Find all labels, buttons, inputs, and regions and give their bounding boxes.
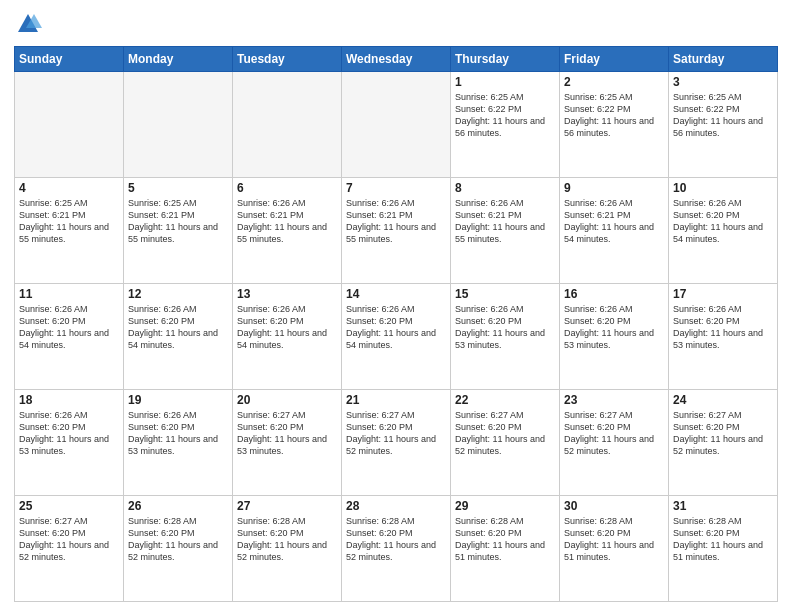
weekday-header-row: SundayMondayTuesdayWednesdayThursdayFrid…: [15, 47, 778, 72]
day-number: 12: [128, 287, 228, 301]
day-info: Sunrise: 6:25 AMSunset: 6:21 PMDaylight:…: [19, 197, 119, 246]
calendar-cell: 5Sunrise: 6:25 AMSunset: 6:21 PMDaylight…: [124, 178, 233, 284]
day-number: 6: [237, 181, 337, 195]
weekday-header-tuesday: Tuesday: [233, 47, 342, 72]
day-number: 18: [19, 393, 119, 407]
day-info: Sunrise: 6:25 AMSunset: 6:22 PMDaylight:…: [455, 91, 555, 140]
weekday-header-monday: Monday: [124, 47, 233, 72]
day-info: Sunrise: 6:28 AMSunset: 6:20 PMDaylight:…: [346, 515, 446, 564]
calendar-week-row: 18Sunrise: 6:26 AMSunset: 6:20 PMDayligh…: [15, 390, 778, 496]
calendar-cell: 1Sunrise: 6:25 AMSunset: 6:22 PMDaylight…: [451, 72, 560, 178]
calendar-cell: [342, 72, 451, 178]
calendar-week-row: 25Sunrise: 6:27 AMSunset: 6:20 PMDayligh…: [15, 496, 778, 602]
day-info: Sunrise: 6:26 AMSunset: 6:20 PMDaylight:…: [673, 303, 773, 352]
day-info: Sunrise: 6:28 AMSunset: 6:20 PMDaylight:…: [673, 515, 773, 564]
day-number: 30: [564, 499, 664, 513]
day-info: Sunrise: 6:28 AMSunset: 6:20 PMDaylight:…: [455, 515, 555, 564]
calendar-cell: 10Sunrise: 6:26 AMSunset: 6:20 PMDayligh…: [669, 178, 778, 284]
day-info: Sunrise: 6:26 AMSunset: 6:20 PMDaylight:…: [19, 409, 119, 458]
day-number: 20: [237, 393, 337, 407]
calendar-cell: 21Sunrise: 6:27 AMSunset: 6:20 PMDayligh…: [342, 390, 451, 496]
day-number: 10: [673, 181, 773, 195]
day-info: Sunrise: 6:25 AMSunset: 6:22 PMDaylight:…: [673, 91, 773, 140]
calendar-cell: 8Sunrise: 6:26 AMSunset: 6:21 PMDaylight…: [451, 178, 560, 284]
day-number: 31: [673, 499, 773, 513]
calendar-cell: 6Sunrise: 6:26 AMSunset: 6:21 PMDaylight…: [233, 178, 342, 284]
day-number: 24: [673, 393, 773, 407]
calendar-cell: 22Sunrise: 6:27 AMSunset: 6:20 PMDayligh…: [451, 390, 560, 496]
day-number: 28: [346, 499, 446, 513]
calendar-cell: 17Sunrise: 6:26 AMSunset: 6:20 PMDayligh…: [669, 284, 778, 390]
day-info: Sunrise: 6:26 AMSunset: 6:20 PMDaylight:…: [19, 303, 119, 352]
calendar-cell: 29Sunrise: 6:28 AMSunset: 6:20 PMDayligh…: [451, 496, 560, 602]
calendar-cell: 19Sunrise: 6:26 AMSunset: 6:20 PMDayligh…: [124, 390, 233, 496]
calendar-cell: 7Sunrise: 6:26 AMSunset: 6:21 PMDaylight…: [342, 178, 451, 284]
day-number: 11: [19, 287, 119, 301]
day-info: Sunrise: 6:28 AMSunset: 6:20 PMDaylight:…: [128, 515, 228, 564]
day-number: 23: [564, 393, 664, 407]
day-number: 8: [455, 181, 555, 195]
calendar-cell: 18Sunrise: 6:26 AMSunset: 6:20 PMDayligh…: [15, 390, 124, 496]
calendar-cell: 26Sunrise: 6:28 AMSunset: 6:20 PMDayligh…: [124, 496, 233, 602]
day-info: Sunrise: 6:27 AMSunset: 6:20 PMDaylight:…: [455, 409, 555, 458]
calendar-cell: [233, 72, 342, 178]
day-number: 26: [128, 499, 228, 513]
day-info: Sunrise: 6:27 AMSunset: 6:20 PMDaylight:…: [237, 409, 337, 458]
day-info: Sunrise: 6:28 AMSunset: 6:20 PMDaylight:…: [237, 515, 337, 564]
day-info: Sunrise: 6:26 AMSunset: 6:21 PMDaylight:…: [455, 197, 555, 246]
logo: [14, 10, 46, 38]
calendar-cell: 25Sunrise: 6:27 AMSunset: 6:20 PMDayligh…: [15, 496, 124, 602]
day-info: Sunrise: 6:26 AMSunset: 6:20 PMDaylight:…: [346, 303, 446, 352]
header: [14, 10, 778, 38]
day-info: Sunrise: 6:26 AMSunset: 6:20 PMDaylight:…: [237, 303, 337, 352]
calendar-cell: 13Sunrise: 6:26 AMSunset: 6:20 PMDayligh…: [233, 284, 342, 390]
day-info: Sunrise: 6:26 AMSunset: 6:21 PMDaylight:…: [237, 197, 337, 246]
day-number: 4: [19, 181, 119, 195]
calendar-week-row: 1Sunrise: 6:25 AMSunset: 6:22 PMDaylight…: [15, 72, 778, 178]
day-number: 29: [455, 499, 555, 513]
weekday-header-wednesday: Wednesday: [342, 47, 451, 72]
day-info: Sunrise: 6:26 AMSunset: 6:20 PMDaylight:…: [455, 303, 555, 352]
calendar-cell: 28Sunrise: 6:28 AMSunset: 6:20 PMDayligh…: [342, 496, 451, 602]
calendar-cell: 3Sunrise: 6:25 AMSunset: 6:22 PMDaylight…: [669, 72, 778, 178]
day-number: 13: [237, 287, 337, 301]
day-number: 17: [673, 287, 773, 301]
day-number: 27: [237, 499, 337, 513]
day-number: 5: [128, 181, 228, 195]
day-info: Sunrise: 6:27 AMSunset: 6:20 PMDaylight:…: [346, 409, 446, 458]
weekday-header-sunday: Sunday: [15, 47, 124, 72]
day-number: 19: [128, 393, 228, 407]
calendar-cell: 16Sunrise: 6:26 AMSunset: 6:20 PMDayligh…: [560, 284, 669, 390]
calendar-cell: 15Sunrise: 6:26 AMSunset: 6:20 PMDayligh…: [451, 284, 560, 390]
day-number: 16: [564, 287, 664, 301]
calendar-cell: 23Sunrise: 6:27 AMSunset: 6:20 PMDayligh…: [560, 390, 669, 496]
page: SundayMondayTuesdayWednesdayThursdayFrid…: [0, 0, 792, 612]
day-number: 1: [455, 75, 555, 89]
day-info: Sunrise: 6:26 AMSunset: 6:20 PMDaylight:…: [128, 409, 228, 458]
day-info: Sunrise: 6:28 AMSunset: 6:20 PMDaylight:…: [564, 515, 664, 564]
calendar-cell: 9Sunrise: 6:26 AMSunset: 6:21 PMDaylight…: [560, 178, 669, 284]
day-info: Sunrise: 6:26 AMSunset: 6:20 PMDaylight:…: [564, 303, 664, 352]
day-number: 22: [455, 393, 555, 407]
day-number: 7: [346, 181, 446, 195]
day-info: Sunrise: 6:25 AMSunset: 6:21 PMDaylight:…: [128, 197, 228, 246]
calendar-week-row: 11Sunrise: 6:26 AMSunset: 6:20 PMDayligh…: [15, 284, 778, 390]
calendar-cell: 24Sunrise: 6:27 AMSunset: 6:20 PMDayligh…: [669, 390, 778, 496]
weekday-header-saturday: Saturday: [669, 47, 778, 72]
weekday-header-thursday: Thursday: [451, 47, 560, 72]
calendar-cell: [124, 72, 233, 178]
calendar-cell: [15, 72, 124, 178]
day-number: 3: [673, 75, 773, 89]
day-info: Sunrise: 6:26 AMSunset: 6:21 PMDaylight:…: [564, 197, 664, 246]
day-info: Sunrise: 6:27 AMSunset: 6:20 PMDaylight:…: [19, 515, 119, 564]
calendar-cell: 4Sunrise: 6:25 AMSunset: 6:21 PMDaylight…: [15, 178, 124, 284]
day-info: Sunrise: 6:26 AMSunset: 6:20 PMDaylight:…: [673, 197, 773, 246]
calendar-cell: 2Sunrise: 6:25 AMSunset: 6:22 PMDaylight…: [560, 72, 669, 178]
calendar-cell: 27Sunrise: 6:28 AMSunset: 6:20 PMDayligh…: [233, 496, 342, 602]
calendar-cell: 20Sunrise: 6:27 AMSunset: 6:20 PMDayligh…: [233, 390, 342, 496]
calendar-cell: 31Sunrise: 6:28 AMSunset: 6:20 PMDayligh…: [669, 496, 778, 602]
day-number: 25: [19, 499, 119, 513]
day-info: Sunrise: 6:27 AMSunset: 6:20 PMDaylight:…: [564, 409, 664, 458]
day-number: 21: [346, 393, 446, 407]
calendar-week-row: 4Sunrise: 6:25 AMSunset: 6:21 PMDaylight…: [15, 178, 778, 284]
